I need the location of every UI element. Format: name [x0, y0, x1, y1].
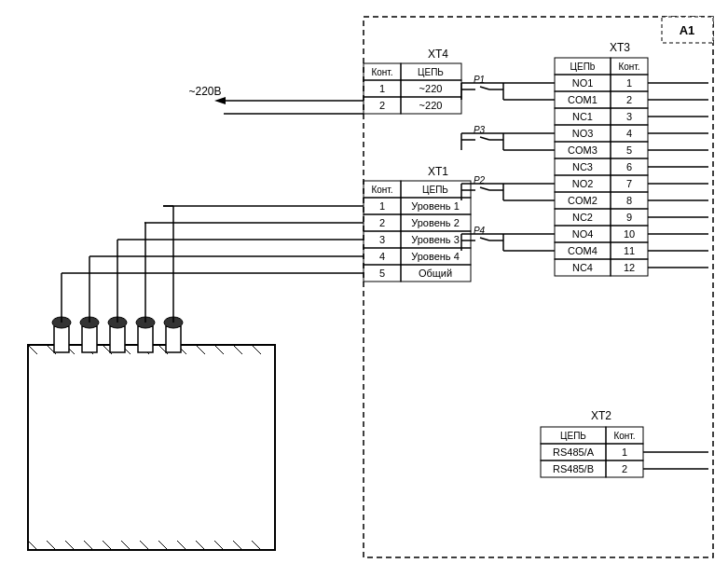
svg-text:ЦЕПЬ: ЦЕПЬ — [560, 431, 586, 441]
svg-line-181 — [480, 137, 489, 140]
svg-text:1: 1 — [379, 83, 385, 94]
svg-rect-0 — [364, 17, 713, 557]
svg-line-173 — [480, 87, 489, 89]
svg-text:NO2: NO2 — [572, 178, 594, 189]
svg-text:11: 11 — [624, 245, 635, 256]
a1-label: A1 — [680, 23, 695, 37]
svg-text:9: 9 — [626, 212, 632, 223]
svg-text:~220: ~220 — [419, 100, 443, 111]
svg-text:Уровень 4: Уровень 4 — [411, 251, 460, 262]
svg-text:8: 8 — [626, 195, 632, 206]
xt4-label: XT4 — [428, 48, 448, 61]
voltage-label: ~220В — [188, 85, 221, 98]
svg-text:3: 3 — [626, 111, 632, 122]
svg-text:Конт.: Конт. — [371, 67, 392, 77]
svg-text:Уровень 3: Уровень 3 — [411, 234, 460, 245]
svg-rect-85 — [138, 326, 153, 352]
svg-text:COM4: COM4 — [568, 245, 598, 256]
svg-rect-73 — [54, 326, 69, 352]
svg-text:1: 1 — [626, 77, 632, 89]
svg-rect-46 — [28, 345, 275, 550]
svg-rect-77 — [82, 326, 97, 352]
svg-text:RS485/B: RS485/B — [553, 463, 594, 474]
svg-text:1: 1 — [622, 446, 627, 458]
svg-text:ЦЕПЬ: ЦЕПЬ — [422, 185, 448, 195]
svg-text:Конт.: Конт. — [613, 431, 635, 441]
svg-text:RS485/A: RS485/A — [553, 446, 595, 458]
svg-text:NC4: NC4 — [572, 262, 593, 273]
svg-text:2: 2 — [622, 463, 627, 474]
svg-text:12: 12 — [624, 262, 635, 273]
xt2-label: XT2 — [591, 409, 611, 422]
svg-text:NC2: NC2 — [572, 212, 593, 223]
svg-text:ЦЕПЬ: ЦЕПЬ — [418, 67, 444, 77]
svg-text:2: 2 — [379, 217, 385, 228]
svg-text:NO3: NO3 — [572, 128, 594, 139]
svg-text:3: 3 — [379, 234, 385, 245]
svg-text:Общий: Общий — [419, 268, 452, 279]
svg-marker-15 — [214, 97, 226, 104]
svg-text:2: 2 — [379, 100, 385, 111]
xt3-label: XT3 — [610, 41, 630, 54]
svg-text:1: 1 — [379, 200, 385, 212]
svg-text:2: 2 — [626, 94, 632, 105]
svg-text:4: 4 — [379, 251, 385, 262]
svg-text:6: 6 — [626, 161, 632, 172]
svg-text:NC3: NC3 — [572, 161, 593, 172]
svg-text:NO1: NO1 — [572, 77, 594, 89]
svg-text:COM1: COM1 — [568, 94, 598, 105]
svg-rect-81 — [110, 326, 125, 352]
svg-line-189 — [480, 187, 489, 190]
svg-text:Уровень 2: Уровень 2 — [411, 217, 460, 228]
svg-text:7: 7 — [626, 178, 632, 189]
diagram-container: A1 XT4 Конт. ЦЕПЬ 1 ~220 2 ~220 ~220В XT… — [0, 0, 728, 577]
svg-text:5: 5 — [379, 268, 385, 279]
svg-text:~220: ~220 — [419, 83, 443, 94]
svg-text:Уровень 1: Уровень 1 — [411, 200, 460, 212]
svg-text:COM3: COM3 — [568, 144, 598, 156]
svg-text:ЦЕПb: ЦЕПb — [570, 62, 596, 72]
svg-text:5: 5 — [626, 144, 632, 156]
svg-text:Конт.: Конт. — [618, 62, 639, 72]
svg-text:NO4: NO4 — [572, 228, 594, 240]
svg-text:COM2: COM2 — [568, 195, 598, 206]
xt1-label: XT1 — [428, 165, 448, 178]
svg-text:Конт.: Конт. — [371, 185, 392, 195]
wiring-diagram-svg: A1 XT4 Конт. ЦЕПЬ 1 ~220 2 ~220 ~220В XT… — [0, 0, 728, 577]
svg-text:10: 10 — [624, 228, 635, 240]
svg-rect-89 — [166, 326, 181, 352]
svg-text:4: 4 — [626, 128, 632, 139]
svg-line-197 — [480, 238, 489, 240]
svg-text:NC1: NC1 — [572, 111, 593, 122]
